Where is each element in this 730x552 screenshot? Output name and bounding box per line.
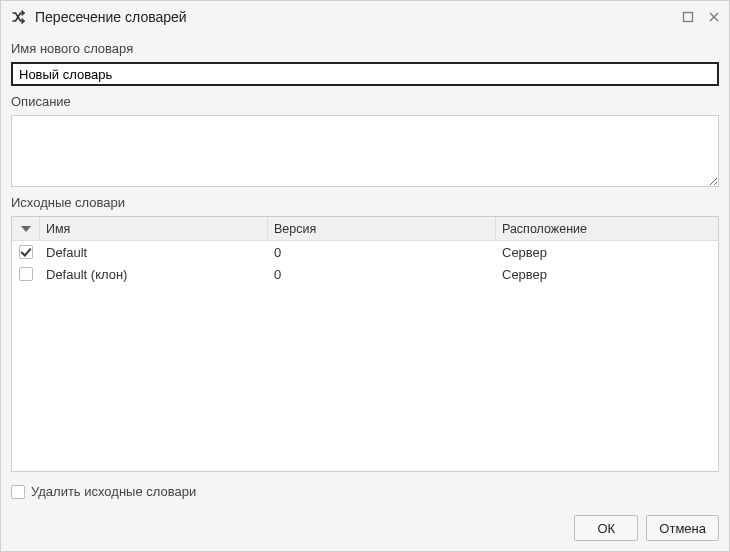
header-version[interactable]: Версия (268, 217, 496, 240)
name-label: Имя нового словаря (11, 41, 719, 56)
ok-button[interactable]: ОК (574, 515, 638, 541)
description-label: Описание (11, 94, 719, 109)
table-row[interactable]: Default (клон)0Сервер (12, 263, 718, 285)
window-title: Пересечение словарей (35, 9, 681, 25)
row-version: 0 (268, 243, 496, 262)
maximize-icon[interactable] (681, 10, 695, 24)
header-name[interactable]: Имя (40, 217, 268, 240)
cancel-button[interactable]: Отмена (646, 515, 719, 541)
row-checkbox-cell (12, 245, 40, 259)
header-location[interactable]: Расположение (496, 217, 718, 240)
delete-sources-row: Удалить исходные словари (11, 478, 719, 499)
row-location: Сервер (496, 265, 718, 284)
dialog-buttons: ОК Отмена (1, 505, 729, 551)
delete-sources-checkbox[interactable] (11, 485, 25, 499)
table-row[interactable]: Default0Сервер (12, 241, 718, 263)
table-header: Имя Версия Расположение (12, 217, 718, 241)
header-check[interactable] (12, 217, 40, 240)
row-checkbox-cell (12, 267, 40, 281)
description-input[interactable] (11, 115, 719, 187)
titlebar: Пересечение словарей (1, 1, 729, 33)
row-name: Default (клон) (40, 265, 268, 284)
sources-table: Имя Версия Расположение Default0СерверDe… (11, 216, 719, 472)
window-controls (681, 10, 721, 24)
delete-sources-option[interactable]: Удалить исходные словари (11, 484, 196, 499)
delete-sources-label: Удалить исходные словари (31, 484, 196, 499)
table-body: Default0СерверDefault (клон)0Сервер (12, 241, 718, 471)
row-name: Default (40, 243, 268, 262)
row-checkbox[interactable] (19, 267, 33, 281)
row-version: 0 (268, 265, 496, 284)
sources-label: Исходные словари (11, 195, 719, 210)
dialog: Пересечение словарей Имя нового словаря … (0, 0, 730, 552)
row-location: Сервер (496, 243, 718, 262)
svg-rect-0 (684, 13, 693, 22)
shuffle-icon (11, 9, 27, 25)
row-checkbox[interactable] (19, 245, 33, 259)
dialog-content: Имя нового словаря Описание Исходные сло… (1, 33, 729, 505)
close-icon[interactable] (707, 10, 721, 24)
name-input[interactable] (11, 62, 719, 86)
